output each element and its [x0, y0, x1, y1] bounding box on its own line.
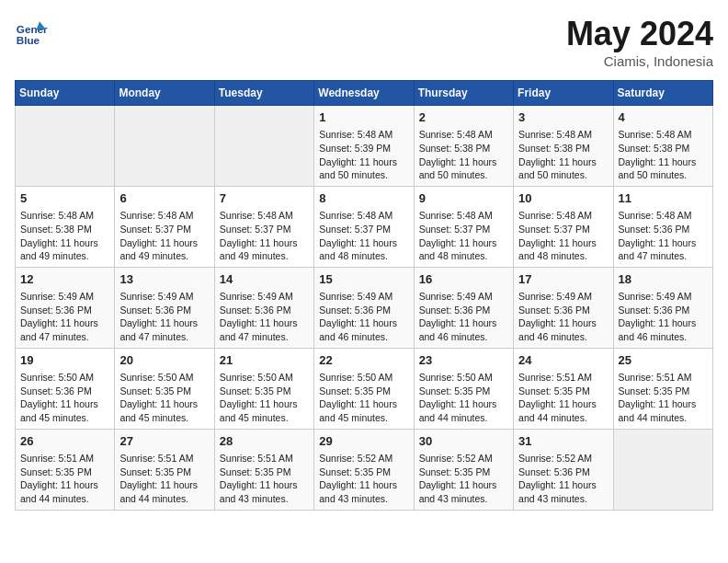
- day-number: 12: [20, 271, 109, 288]
- day-info: Sunrise: 5:50 AM Sunset: 5:35 PM Dayligh…: [119, 371, 209, 425]
- calendar-cell: 15Sunrise: 5:49 AM Sunset: 5:36 PM Dayli…: [314, 267, 414, 348]
- calendar-cell: 27Sunrise: 5:51 AM Sunset: 5:35 PM Dayli…: [115, 429, 214, 510]
- day-info: Sunrise: 5:48 AM Sunset: 5:37 PM Dayligh…: [518, 209, 608, 263]
- day-number: 14: [220, 271, 309, 288]
- day-number: 1: [319, 109, 408, 126]
- day-info: Sunrise: 5:49 AM Sunset: 5:36 PM Dayligh…: [518, 290, 608, 344]
- day-header-tuesday: Tuesday: [214, 81, 313, 106]
- calendar-cell: 14Sunrise: 5:49 AM Sunset: 5:36 PM Dayli…: [214, 267, 313, 348]
- calendar-cell: 21Sunrise: 5:50 AM Sunset: 5:35 PM Dayli…: [214, 348, 313, 429]
- day-number: 13: [119, 271, 209, 288]
- calendar-cell: 8Sunrise: 5:48 AM Sunset: 5:37 PM Daylig…: [314, 186, 414, 267]
- calendar-cell: 2Sunrise: 5:48 AM Sunset: 5:38 PM Daylig…: [414, 106, 513, 187]
- day-info: Sunrise: 5:48 AM Sunset: 5:37 PM Dayligh…: [419, 209, 508, 263]
- week-row-3: 12Sunrise: 5:49 AM Sunset: 5:36 PM Dayli…: [16, 267, 713, 348]
- day-number: 5: [20, 190, 109, 207]
- page-header: General Blue May 2024 Ciamis, Indonesia: [15, 15, 713, 69]
- day-info: Sunrise: 5:48 AM Sunset: 5:38 PM Dayligh…: [20, 209, 109, 263]
- calendar-cell: 26Sunrise: 5:51 AM Sunset: 5:35 PM Dayli…: [16, 429, 115, 510]
- calendar-cell: 23Sunrise: 5:50 AM Sunset: 5:35 PM Dayli…: [414, 348, 513, 429]
- day-number: 7: [220, 190, 309, 207]
- calendar-cell: 10Sunrise: 5:48 AM Sunset: 5:37 PM Dayli…: [514, 186, 613, 267]
- day-info: Sunrise: 5:51 AM Sunset: 5:35 PM Dayligh…: [518, 371, 608, 425]
- day-info: Sunrise: 5:50 AM Sunset: 5:35 PM Dayligh…: [220, 371, 309, 425]
- day-number: 25: [619, 352, 708, 369]
- day-number: 20: [119, 352, 209, 369]
- day-number: 24: [518, 352, 608, 369]
- day-info: Sunrise: 5:48 AM Sunset: 5:38 PM Dayligh…: [518, 128, 608, 182]
- calendar-cell: 28Sunrise: 5:51 AM Sunset: 5:35 PM Dayli…: [214, 429, 313, 510]
- day-number: 2: [419, 109, 508, 126]
- calendar-cell: 19Sunrise: 5:50 AM Sunset: 5:36 PM Dayli…: [16, 348, 115, 429]
- week-row-5: 26Sunrise: 5:51 AM Sunset: 5:35 PM Dayli…: [16, 429, 713, 510]
- calendar-cell: 20Sunrise: 5:50 AM Sunset: 5:35 PM Dayli…: [115, 348, 214, 429]
- day-header-friday: Friday: [514, 81, 613, 106]
- calendar-cell: 5Sunrise: 5:48 AM Sunset: 5:38 PM Daylig…: [16, 186, 115, 267]
- week-row-2: 5Sunrise: 5:48 AM Sunset: 5:38 PM Daylig…: [16, 186, 713, 267]
- day-number: 17: [518, 271, 608, 288]
- day-info: Sunrise: 5:49 AM Sunset: 5:36 PM Dayligh…: [319, 290, 408, 344]
- day-header-sunday: Sunday: [16, 81, 115, 106]
- calendar-cell: 7Sunrise: 5:48 AM Sunset: 5:37 PM Daylig…: [214, 186, 313, 267]
- calendar-cell: 13Sunrise: 5:49 AM Sunset: 5:36 PM Dayli…: [115, 267, 214, 348]
- calendar-cell: [115, 106, 214, 187]
- day-number: 19: [20, 352, 109, 369]
- calendar-cell: 29Sunrise: 5:52 AM Sunset: 5:35 PM Dayli…: [314, 429, 414, 510]
- title-block: May 2024 Ciamis, Indonesia: [566, 15, 713, 69]
- day-number: 9: [419, 190, 508, 207]
- day-header-wednesday: Wednesday: [314, 81, 414, 106]
- day-info: Sunrise: 5:48 AM Sunset: 5:37 PM Dayligh…: [220, 209, 309, 263]
- day-number: 11: [619, 190, 708, 207]
- calendar-cell: 17Sunrise: 5:49 AM Sunset: 5:36 PM Dayli…: [514, 267, 613, 348]
- svg-text:Blue: Blue: [17, 34, 40, 46]
- day-info: Sunrise: 5:49 AM Sunset: 5:36 PM Dayligh…: [419, 290, 508, 344]
- day-number: 22: [319, 352, 408, 369]
- day-info: Sunrise: 5:52 AM Sunset: 5:35 PM Dayligh…: [319, 452, 408, 506]
- calendar-cell: 18Sunrise: 5:49 AM Sunset: 5:36 PM Dayli…: [613, 267, 712, 348]
- calendar-cell: 9Sunrise: 5:48 AM Sunset: 5:37 PM Daylig…: [414, 186, 513, 267]
- calendar-cell: 4Sunrise: 5:48 AM Sunset: 5:38 PM Daylig…: [613, 106, 712, 187]
- day-number: 15: [319, 271, 408, 288]
- day-info: Sunrise: 5:51 AM Sunset: 5:35 PM Dayligh…: [619, 371, 708, 425]
- day-info: Sunrise: 5:49 AM Sunset: 5:36 PM Dayligh…: [119, 290, 209, 344]
- day-info: Sunrise: 5:49 AM Sunset: 5:36 PM Dayligh…: [220, 290, 309, 344]
- week-row-4: 19Sunrise: 5:50 AM Sunset: 5:36 PM Dayli…: [16, 348, 713, 429]
- day-info: Sunrise: 5:51 AM Sunset: 5:35 PM Dayligh…: [220, 452, 309, 506]
- logo-icon: General Blue: [15, 15, 48, 48]
- calendar-cell: 11Sunrise: 5:48 AM Sunset: 5:36 PM Dayli…: [613, 186, 712, 267]
- calendar-cell: 16Sunrise: 5:49 AM Sunset: 5:36 PM Dayli…: [414, 267, 513, 348]
- calendar-cell: 6Sunrise: 5:48 AM Sunset: 5:37 PM Daylig…: [115, 186, 214, 267]
- day-info: Sunrise: 5:52 AM Sunset: 5:36 PM Dayligh…: [518, 452, 608, 506]
- day-number: 27: [119, 433, 209, 450]
- day-number: 29: [319, 433, 408, 450]
- calendar-cell: 25Sunrise: 5:51 AM Sunset: 5:35 PM Dayli…: [613, 348, 712, 429]
- day-number: 4: [619, 109, 708, 126]
- day-number: 3: [518, 109, 608, 126]
- calendar-cell: [16, 106, 115, 187]
- day-info: Sunrise: 5:48 AM Sunset: 5:37 PM Dayligh…: [119, 209, 209, 263]
- day-header-monday: Monday: [115, 81, 214, 106]
- day-number: 28: [220, 433, 309, 450]
- week-row-1: 1Sunrise: 5:48 AM Sunset: 5:39 PM Daylig…: [16, 106, 713, 187]
- day-number: 10: [518, 190, 608, 207]
- location: Ciamis, Indonesia: [566, 53, 713, 69]
- logo: General Blue: [15, 15, 48, 48]
- calendar-cell: 24Sunrise: 5:51 AM Sunset: 5:35 PM Dayli…: [514, 348, 613, 429]
- day-info: Sunrise: 5:50 AM Sunset: 5:35 PM Dayligh…: [419, 371, 508, 425]
- day-info: Sunrise: 5:50 AM Sunset: 5:36 PM Dayligh…: [20, 371, 109, 425]
- day-info: Sunrise: 5:52 AM Sunset: 5:35 PM Dayligh…: [419, 452, 508, 506]
- day-header-saturday: Saturday: [613, 81, 712, 106]
- month-title: May 2024: [566, 15, 713, 53]
- day-info: Sunrise: 5:48 AM Sunset: 5:37 PM Dayligh…: [319, 209, 408, 263]
- day-info: Sunrise: 5:48 AM Sunset: 5:36 PM Dayligh…: [619, 209, 708, 263]
- day-info: Sunrise: 5:48 AM Sunset: 5:38 PM Dayligh…: [619, 128, 708, 182]
- day-header-thursday: Thursday: [414, 81, 513, 106]
- days-header-row: SundayMondayTuesdayWednesdayThursdayFrid…: [16, 81, 713, 106]
- day-info: Sunrise: 5:49 AM Sunset: 5:36 PM Dayligh…: [20, 290, 109, 344]
- day-info: Sunrise: 5:51 AM Sunset: 5:35 PM Dayligh…: [119, 452, 209, 506]
- day-info: Sunrise: 5:50 AM Sunset: 5:35 PM Dayligh…: [319, 371, 408, 425]
- calendar-cell: [214, 106, 313, 187]
- day-info: Sunrise: 5:48 AM Sunset: 5:38 PM Dayligh…: [419, 128, 508, 182]
- calendar-cell: 22Sunrise: 5:50 AM Sunset: 5:35 PM Dayli…: [314, 348, 414, 429]
- day-number: 23: [419, 352, 508, 369]
